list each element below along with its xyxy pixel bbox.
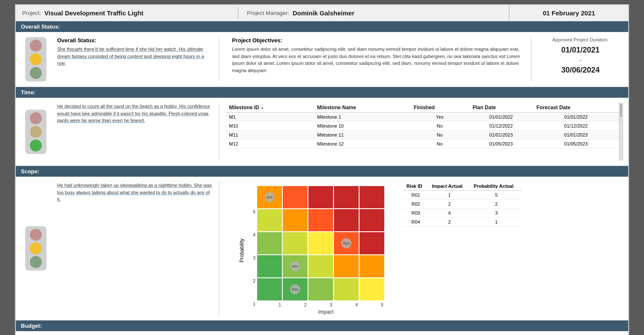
matrix-row-4	[257, 209, 395, 231]
milestone-forecast-cell: 01/01/2022	[533, 113, 619, 122]
milestone-table: Milestone ID ▲ Milestone Name Finished P…	[226, 103, 619, 149]
milestone-scroll-area[interactable]: Milestone ID ▲ Milestone Name Finished P…	[226, 103, 619, 160]
milestone-finished-cell: Yes	[410, 113, 469, 122]
col-risk-id: Risk ID	[403, 182, 429, 191]
matrix-cell-1-1	[257, 278, 282, 300]
scope-traffic-light-container	[21, 182, 51, 315]
milestone-forecast-cell: 01/01/2023	[533, 131, 619, 140]
time-text-block: He decided to count all the sand on the …	[57, 103, 219, 160]
milestone-plan-cell: 01/01/2022	[469, 113, 533, 122]
scope-body: He had unknowingly taken up sleepwalking…	[16, 177, 628, 320]
matrix-cell-4-5	[334, 186, 359, 208]
objectives-text: Lorem ipsum dolor sit amet, consetetur s…	[232, 46, 525, 74]
matrix-cell-5-5	[360, 186, 384, 208]
duration-label: Approved Project Duration:	[542, 37, 619, 42]
matrix-grid-container: R04R02R03R01 12345 Impact	[257, 186, 395, 315]
scope-yellow-light	[30, 242, 42, 254]
overall-status-label: Overall Status:	[57, 37, 212, 44]
time-traffic-light-container	[21, 103, 51, 160]
time-header: Time:	[16, 87, 628, 98]
overall-status-body: Overall Status: She thought there'd be s…	[16, 32, 628, 87]
risk-dot-R03: R03	[341, 238, 351, 248]
scope-header: Scope:	[16, 166, 628, 177]
milestone-plan-cell: 01/05/2023	[469, 140, 533, 149]
milestone-row: M12 Milestone 12 No 01/05/2023 01/05/202…	[226, 140, 619, 149]
objectives-label: Project Objectives:	[232, 37, 525, 44]
milestone-finished-cell: No	[410, 122, 469, 131]
overall-traffic-light	[25, 37, 46, 82]
matrix-cell-3-4	[308, 209, 333, 231]
milestone-row: M11 Milestone 11 No 01/01/2023 01/01/202…	[226, 131, 619, 140]
risk-probability-cell: 5	[470, 191, 522, 200]
col-milestone-id[interactable]: Milestone ID ▲	[226, 103, 314, 113]
date-value: 01 February 2021	[543, 9, 595, 17]
matrix-cell-4-4	[334, 209, 359, 231]
matrix-cell-1-5: R01	[257, 186, 282, 208]
risk-impact-cell: 2	[429, 200, 470, 209]
risk-table-row: R03 4 3	[403, 209, 522, 218]
milestone-id-cell: M1	[226, 113, 314, 122]
matrix-cell-3-2	[308, 255, 333, 277]
risk-table-block: Risk ID Impact Actual Probability Actual…	[403, 182, 522, 227]
overall-status-text-block: Overall Status: She thought there'd be s…	[57, 37, 219, 82]
header-date: 01 February 2021	[509, 5, 628, 21]
matrix-cell-2-1: R04	[283, 278, 307, 300]
col-forecast-date[interactable]: Forecast Date	[533, 103, 619, 113]
matrix-y-label-5: 5	[247, 201, 255, 223]
risk-dot-R02: R02	[290, 261, 300, 271]
matrix-x-labels: 12345	[257, 302, 395, 307]
risk-table-row: R01 1 5	[403, 191, 522, 200]
matrix-x-label-5: 5	[370, 302, 395, 307]
matrix-row-1: R04	[257, 278, 395, 300]
matrix-row-3: R03	[257, 232, 395, 254]
matrix-row-2: R02	[257, 255, 395, 277]
milestone-table-wrapper: Milestone ID ▲ Milestone Name Finished P…	[226, 103, 623, 160]
matrix-cell-4-1	[334, 278, 359, 300]
matrix-cell-5-4	[360, 209, 384, 231]
matrix-cell-2-2: R02	[283, 255, 307, 277]
duration-start: 01/01/2021	[542, 46, 619, 55]
manager-name: Dominik Galsheimer	[293, 9, 354, 17]
matrix-cell-3-3	[308, 232, 333, 254]
red-light	[30, 40, 42, 52]
header: Project: Visual Development Traffic Ligh…	[16, 5, 628, 21]
header-project: Project: Visual Development Traffic Ligh…	[16, 5, 238, 21]
milestone-row: M1 Milestone 1 Yes 01/01/2022 01/01/2022	[226, 113, 619, 122]
col-plan-date[interactable]: Plan Date	[469, 103, 533, 113]
milestone-name-cell: Milestone 10	[314, 122, 410, 131]
col-finished[interactable]: Finished	[410, 103, 469, 113]
matrix-y-label-4: 4	[247, 224, 255, 246]
milestone-forecast-cell: 01/05/2023	[533, 140, 619, 149]
milestone-row: M10 Milestone 10 No 01/12/2022 01/12/202…	[226, 122, 619, 131]
risk-id-cell: R01	[403, 191, 429, 200]
yellow-light	[30, 53, 42, 65]
scrollbar-thumb	[620, 104, 622, 117]
milestone-name-cell: Milestone 11	[314, 131, 410, 140]
project-label: Project:	[22, 10, 41, 16]
matrix-y-title: Probability	[239, 239, 245, 262]
matrix-cell-2-3	[283, 232, 307, 254]
scope-red-light	[30, 229, 42, 241]
budget-body: The secret code they created made no sen…	[16, 331, 628, 335]
matrix-y-label-1: 1	[247, 293, 255, 315]
col-probability: Probability Actual	[470, 182, 522, 191]
risk-dot-R04: R04	[290, 284, 300, 294]
risk-table: Risk ID Impact Actual Probability Actual…	[403, 182, 522, 227]
table-scrollbar[interactable]	[619, 103, 623, 160]
overall-traffic-light-container	[21, 37, 51, 82]
time-green-light	[30, 140, 42, 151]
risk-id-cell: R04	[403, 218, 429, 227]
milestone-name-cell: Milestone 12	[314, 140, 410, 149]
risk-id-cell: R02	[403, 200, 429, 209]
col-milestone-name[interactable]: Milestone Name	[314, 103, 410, 113]
matrix-cell-3-1	[308, 278, 333, 300]
risk-probability-cell: 1	[470, 218, 522, 227]
time-status-text: He decided to count all the sand on the …	[57, 103, 212, 124]
header-manager: Project Manager: Dominik Galsheimer	[238, 5, 509, 21]
scope-text-block: He had unknowingly taken up sleepwalking…	[57, 182, 219, 315]
milestone-forecast-cell: 01/12/2022	[533, 122, 619, 131]
matrix-x-title: Impact	[257, 309, 395, 315]
milestone-id-cell: M11	[226, 131, 314, 140]
budget-header: Budget:	[16, 320, 628, 331]
risk-probability-cell: 2	[470, 200, 522, 209]
